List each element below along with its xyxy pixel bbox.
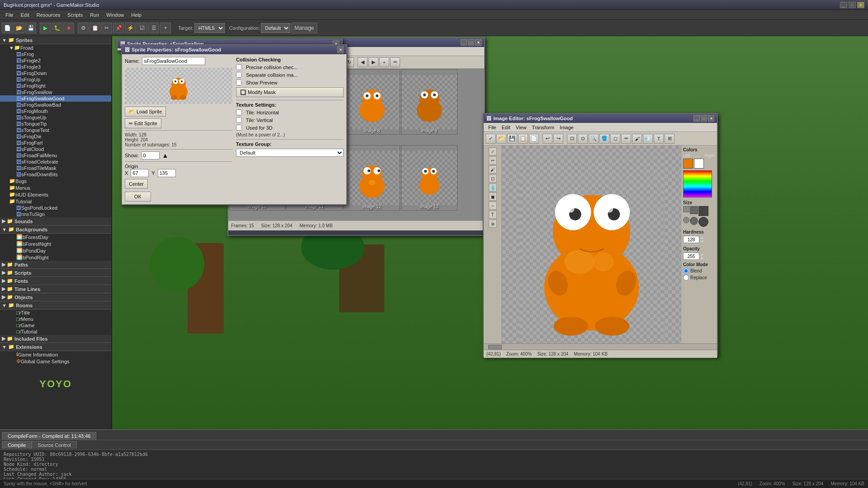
ie-tool-lasso[interactable]: ⊙ [578,134,588,144]
manage-btn[interactable]: Manage [291,23,317,33]
maximize-btn[interactable]: □ [849,2,856,8]
replace-radio[interactable] [683,275,689,281]
minimize-btn[interactable]: _ [840,2,847,8]
tree-sfrogswallowbad[interactable]: 🖼 sFrogSwallowBad [0,102,111,108]
menu-resources[interactable]: Resources [33,11,64,19]
tree-stonguetest[interactable]: 🖼 sTongueTest [0,127,111,133]
size-md[interactable] [690,206,698,214]
ie-left-tool-6[interactable]: ◼ [489,192,497,201]
size-lg[interactable] [698,206,708,216]
sprite-frame-3[interactable]: image 9 [401,69,458,135]
play-btn[interactable]: ▶ [40,23,51,33]
ie-tool-zoom[interactable]: 🔍 [589,134,599,144]
sounds-group[interactable]: ▶ 📁 Sounds [0,217,111,225]
hardness-input[interactable] [683,236,699,243]
tree-sfcelebrate[interactable]: 🖼 sFroadCelebrate [0,159,111,165]
tree-stongueup[interactable]: 🖼 sTongueUp [0,114,111,121]
opacity-down[interactable]: ▼ [700,256,704,260]
tree-bpondday[interactable]: 🌅 bPondDay [0,247,111,254]
hardness-up[interactable]: ▲ [700,235,704,239]
ie-close[interactable]: ✕ [708,115,714,122]
opacity-up[interactable]: ▲ [700,252,704,256]
size-circle-sm[interactable] [683,217,689,223]
ie-tool-erase[interactable]: ◻ [610,134,620,144]
show-spin-up[interactable]: ▲ [162,152,169,159]
ok-btn[interactable]: OK [125,192,151,202]
tree-sfrogup[interactable]: 🖼 sFrogUp [0,76,111,83]
se-min[interactable]: _ [461,39,467,46]
tree-menus[interactable]: 📁 Menus [0,184,111,191]
ie-left-tool-2[interactable]: ✏ [489,156,497,164]
tree-tutorial[interactable]: 📁 Tutorial [0,198,111,205]
tree-froad[interactable]: ▼ 📁 Froad [0,44,111,51]
se-max[interactable]: □ [468,39,474,46]
menu-window[interactable]: Window [103,11,127,19]
tree-bugs[interactable]: 📁 Bugs [0,178,111,184]
ie-left-tool-7[interactable]: ○ [489,202,497,210]
new-btn[interactable]: 📄 [2,23,13,33]
tab-compile[interactable]: Compile [2,441,32,449]
hardness-down[interactable]: ▼ [700,239,704,244]
ie-left-tool-5[interactable]: 💧 [489,183,497,192]
tree-globalgame[interactable]: ⚙ Global Game Settings [0,358,111,365]
tool7[interactable]: ☰ [148,23,159,33]
se-tool-add[interactable]: + [379,57,389,67]
center-btn[interactable]: Center [125,179,148,189]
se-tool-edit[interactable]: ✏ [390,57,400,67]
precise-checkbox[interactable] [236,64,242,70]
se-close[interactable]: ✕ [475,39,481,46]
menu-run[interactable]: Run [86,11,103,19]
blend-radio[interactable] [683,268,689,274]
extensions-group[interactable]: ▼ 📁 Extensions [0,343,111,351]
tool6[interactable]: ☑ [137,23,147,33]
ie-menu-transform[interactable]: Transform [529,124,557,131]
ie-left-tool-1[interactable]: ✓ [489,147,497,155]
separate-checkbox[interactable] [236,72,242,78]
tree-bforestnight[interactable]: 🌅 bForestNight [0,240,111,247]
load-sprite-btn[interactable]: 📂 Load Sprite [125,107,166,117]
size-circle-lg[interactable] [698,217,708,227]
ie-tool-pencil[interactable]: ✏ [621,134,631,144]
tree-sfdownbits[interactable]: 🖼 sFroadDownBits [0,171,111,178]
menu-edit[interactable]: Edit [17,11,33,19]
scripts-group[interactable]: ▶ 📁 Scripts [0,269,111,277]
right-color-swatch[interactable] [694,159,704,169]
config-select[interactable]: Default [261,23,290,33]
paths-group[interactable]: ▶ 📁 Paths [0,261,111,269]
tree-rgame[interactable]: □ rGame [0,322,111,328]
ie-left-tool-4[interactable]: ⊡ [489,174,497,183]
tree-sgspond[interactable]: 🖼 SgsPondLocked [0,205,111,211]
included-files-group[interactable]: ▶ 📁 Included Files [0,335,111,343]
ie-min[interactable]: _ [693,115,700,122]
used3d-checkbox[interactable] [236,125,242,131]
tool2[interactable]: 📋 [90,23,100,33]
ie-left-tool-8[interactable]: T [489,211,497,219]
ie-tool-paste[interactable]: 📄 [529,134,539,144]
sprite-props-inner-titlebar[interactable]: 🖼 Sprite Properties: sFrogSwallowGood ✕ [122,45,346,54]
left-color-swatch[interactable] [683,159,693,169]
menu-help[interactable]: Help [127,11,145,19]
image-editor-scrollbar-x[interactable] [484,343,717,350]
ie-tool-open[interactable]: 📂 [496,134,506,144]
tree-bforestday[interactable]: 🌅 bForestDay [0,234,111,240]
ie-tool-sel[interactable]: ⊡ [567,134,577,144]
tree-stonguetip[interactable]: 🖼 sTongueTip [0,121,111,127]
save-btn[interactable]: 💾 [25,23,36,33]
ie-left-tool-9[interactable]: ⊗ [489,220,497,228]
size-sm[interactable] [683,206,689,212]
rooms-group[interactable]: ▼ 📁 Rooms [0,301,111,310]
tree-sfrogdie[interactable]: 🖼 sFrogDie [0,133,111,140]
show-preview-checkbox[interactable] [236,80,242,85]
ie-tool-save[interactable]: 💾 [507,134,517,144]
tree-sfrogswallow[interactable]: 🖼 sFrogSwallow [0,89,111,95]
backgrounds-group[interactable]: ▼ 📁 Backgrounds [0,225,111,234]
sp-inner-close[interactable]: ✕ [337,47,344,53]
ie-tool-redo[interactable]: ↪ [553,134,563,144]
ie-menu-view[interactable]: View [513,124,529,131]
ie-menu-image[interactable]: Image [557,124,576,131]
tree-rtutorial[interactable]: □ rTutorial [0,328,111,335]
tool5[interactable]: ⚡ [125,23,136,33]
tree-sfrogmouth[interactable]: 🖼 sFrogMouth [0,108,111,114]
modify-mask-btn[interactable]: 🔲 Modify Mask [236,87,344,97]
compile-tab[interactable]: CompileForm - Compiled at: 11:43:46 [2,432,96,440]
